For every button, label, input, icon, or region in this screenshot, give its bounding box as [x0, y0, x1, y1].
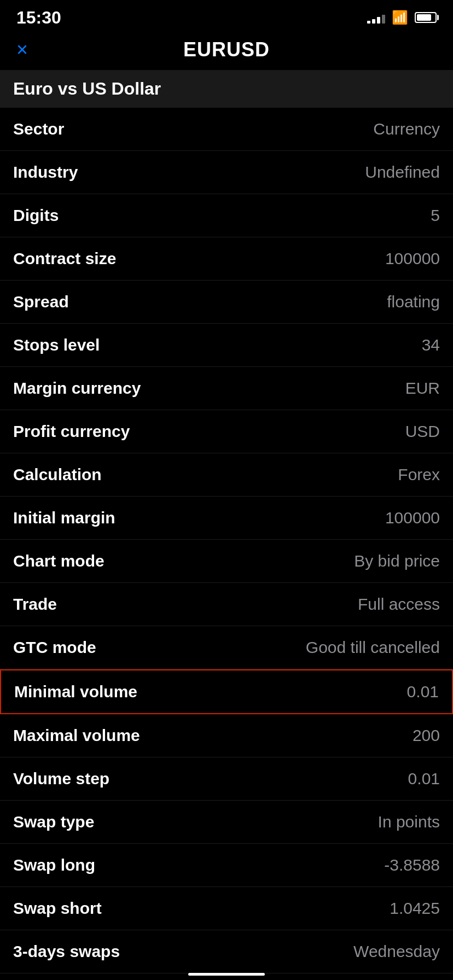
close-button[interactable]: ×	[16, 40, 28, 60]
info-value-gtc-mode: Good till cancelled	[306, 638, 440, 657]
info-label-maximal-volume: Maximal volume	[13, 726, 140, 745]
info-row-sector: SectorCurrency	[0, 108, 453, 151]
status-bar: 15:30 📶	[0, 0, 453, 33]
info-row-minimal-volume: Minimal volume0.01	[0, 669, 453, 714]
info-value-volume-step: 0.01	[408, 769, 440, 788]
info-row-stops-level: Stops level34	[0, 324, 453, 367]
home-indicator	[188, 973, 265, 976]
info-row-volume-step: Volume step0.01	[0, 757, 453, 801]
info-value-calculation: Forex	[398, 465, 440, 484]
signal-icon	[367, 11, 385, 24]
info-label-calculation: Calculation	[13, 465, 102, 484]
info-label-volume-step: Volume step	[13, 769, 109, 788]
info-row-industry: IndustryUndefined	[0, 151, 453, 194]
info-value-sector: Currency	[373, 120, 440, 138]
header-title: EURUSD	[183, 38, 270, 61]
info-row-swap-type: Swap typeIn points	[0, 801, 453, 844]
wifi-icon: 📶	[392, 10, 408, 25]
info-value-initial-margin: 100000	[385, 509, 440, 527]
info-value-profit-currency: USD	[405, 422, 440, 441]
info-row-gtc-mode: GTC modeGood till cancelled	[0, 626, 453, 669]
info-label-industry: Industry	[13, 163, 78, 182]
info-row-initial-margin: Initial margin100000	[0, 497, 453, 540]
info-row-digits: Digits5	[0, 194, 453, 237]
info-value-swap-long: -3.8588	[384, 856, 440, 874]
info-row-profit-currency: Profit currencyUSD	[0, 410, 453, 453]
battery-fill	[417, 14, 431, 21]
info-row-3-days-swaps: 3-days swapsWednesday	[0, 930, 453, 973]
info-row-maximal-volume: Maximal volume200	[0, 714, 453, 757]
info-row-swap-long: Swap long-3.8588	[0, 844, 453, 887]
info-value-3-days-swaps: Wednesday	[353, 942, 440, 961]
info-label-minimal-volume: Minimal volume	[14, 682, 137, 701]
battery-icon	[415, 12, 437, 23]
info-label-initial-margin: Initial margin	[13, 509, 115, 527]
info-label-profit-currency: Profit currency	[13, 422, 130, 441]
header: × EURUSD	[0, 33, 453, 70]
info-row-chart-mode: Chart modeBy bid price	[0, 540, 453, 583]
info-label-stops-level: Stops level	[13, 336, 100, 354]
info-value-spread: floating	[387, 293, 440, 311]
info-value-digits: 5	[431, 206, 440, 225]
info-label-margin-currency: Margin currency	[13, 379, 141, 398]
info-value-chart-mode: By bid price	[354, 552, 440, 570]
info-value-margin-currency: EUR	[405, 379, 440, 398]
info-value-swap-type: In points	[378, 813, 440, 831]
symbol-subtitle: Euro vs US Dollar	[0, 70, 453, 108]
info-label-digits: Digits	[13, 206, 59, 225]
info-label-contract-size: Contract size	[13, 249, 116, 268]
status-icons: 📶	[367, 10, 437, 25]
info-row-calculation: CalculationForex	[0, 453, 453, 497]
info-label-trade: Trade	[13, 595, 57, 614]
info-value-stops-level: 34	[422, 336, 440, 354]
info-label-swap-type: Swap type	[13, 813, 94, 831]
info-row-margin-currency: Margin currencyEUR	[0, 367, 453, 410]
info-label-swap-long: Swap long	[13, 856, 95, 874]
info-label-swap-short: Swap short	[13, 899, 102, 918]
info-label-gtc-mode: GTC mode	[13, 638, 96, 657]
info-row-swap-short: Swap short1.0425	[0, 887, 453, 930]
status-time: 15:30	[16, 8, 61, 28]
info-value-minimal-volume: 0.01	[407, 682, 439, 701]
info-value-industry: Undefined	[365, 163, 440, 182]
info-value-maximal-volume: 200	[413, 726, 440, 745]
info-row-trade: TradeFull access	[0, 583, 453, 626]
info-label-spread: Spread	[13, 293, 69, 311]
info-label-chart-mode: Chart mode	[13, 552, 104, 570]
info-value-swap-short: 1.0425	[390, 899, 440, 918]
info-label-3-days-swaps: 3-days swaps	[13, 942, 120, 961]
info-list: SectorCurrencyIndustryUndefinedDigits5Co…	[0, 108, 453, 973]
info-row-contract-size: Contract size100000	[0, 237, 453, 281]
info-label-sector: Sector	[13, 120, 64, 138]
info-value-contract-size: 100000	[385, 249, 440, 268]
info-row-spread: Spreadfloating	[0, 281, 453, 324]
info-value-trade: Full access	[358, 595, 440, 614]
